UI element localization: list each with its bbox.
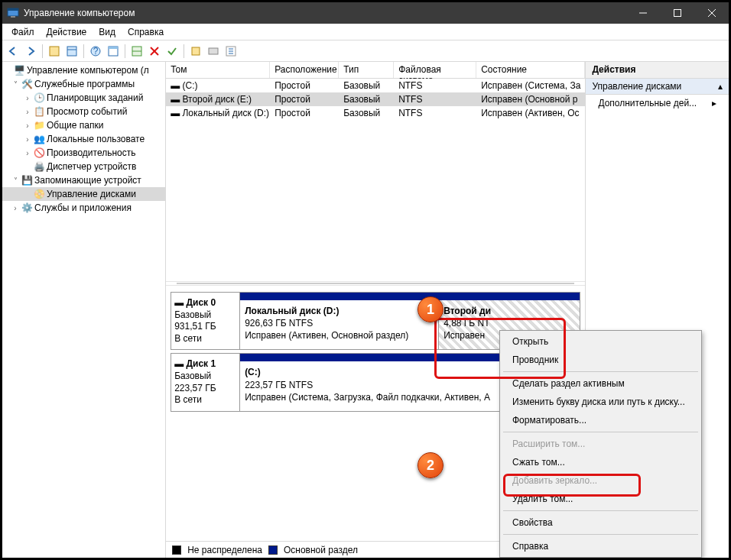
tb-icon[interactable] [106, 44, 121, 59]
svg-rect-13 [109, 47, 118, 49]
toolbar: ? [2, 40, 729, 62]
menu-file[interactable]: Файл [5, 25, 41, 39]
menubar: Файл Действие Вид Справка [2, 24, 729, 40]
check-icon[interactable] [164, 44, 180, 59]
volume-list[interactable]: ▬ (C:)ПростойБазовыйNTFSИсправен (Систем… [166, 79, 585, 281]
disk-icon: 📀 [33, 188, 45, 200]
menu-help[interactable]: Справка [122, 25, 170, 39]
navigation-tree[interactable]: 🖥️Управление компьютером (л ˅🛠️Служебные… [2, 62, 166, 558]
svg-rect-19 [209, 48, 218, 54]
services-icon: ⚙️ [21, 202, 33, 214]
menu-view[interactable]: Вид [93, 25, 122, 39]
menu-action[interactable]: Действие [41, 25, 93, 39]
col-type[interactable]: Тип [339, 62, 394, 78]
storage-icon: 💾 [21, 174, 33, 186]
perf-icon: 🚫 [33, 147, 45, 159]
forward-button[interactable] [23, 44, 38, 59]
computer-icon: 🖥️ [13, 64, 25, 76]
tb-icon[interactable] [223, 44, 239, 59]
chevron-right-icon: ▸ [712, 98, 716, 108]
volume-row[interactable]: ▬ Второй диск (E:)ПростойБазовыйNTFSИспр… [166, 92, 585, 106]
help-icon[interactable]: ? [88, 44, 103, 59]
actions-more[interactable]: Дополнительные дей...▸ [586, 95, 729, 112]
volume-row[interactable]: ▬ Локальный диск (D:)ПростойБазовыйNTFSИ… [166, 106, 585, 120]
device-icon: 🖨️ [33, 160, 45, 173]
back-button[interactable] [5, 44, 21, 59]
drive-icon: ▬ [174, 358, 186, 369]
ctx-open[interactable]: Открыть [502, 332, 700, 351]
callout-2: 2 [417, 452, 443, 478]
drive-icon: ▬ [174, 297, 186, 308]
volume-row[interactable]: ▬ (C:)ПростойБазовыйNTFSИсправен (Систем… [166, 79, 585, 92]
titlebar: Управление компьютером [2, 2, 729, 24]
drive-icon: ▬ [171, 108, 182, 118]
legend-swatch-primary [268, 545, 278, 555]
actions-disk-header[interactable]: Управление дисками▴ [586, 79, 729, 95]
volume-d[interactable]: Локальный диск (D:) 926,63 ГБ NTFS Испра… [240, 300, 439, 349]
maximize-button[interactable] [660, 2, 694, 24]
folder-icon: 📁 [33, 119, 45, 131]
ctx-explorer[interactable]: Проводник [502, 351, 700, 369]
svg-text:?: ? [93, 46, 99, 57]
tree-item[interactable]: ›📁Общие папки [2, 118, 165, 132]
tree-item[interactable]: ›⚙️Службы и приложения [2, 201, 165, 215]
collapse-icon: ▴ [718, 81, 723, 92]
tb-icon[interactable] [64, 44, 80, 59]
drive-icon: ▬ [171, 94, 182, 105]
ctx-props[interactable]: Свойства [502, 513, 700, 532]
tree-item-disk-management[interactable]: 📀Управление дисками [2, 187, 165, 201]
users-icon: 👥 [33, 133, 45, 145]
clock-icon: 🕒 [33, 92, 45, 104]
context-menu: Открыть Проводник Сделать раздел активны… [499, 330, 702, 558]
svg-rect-1 [8, 8, 18, 11]
tree-item[interactable]: 🖨️Диспетчер устройств [2, 160, 165, 173]
ctx-extend: Расширить том... [502, 435, 700, 453]
svg-rect-7 [50, 47, 59, 56]
svg-rect-4 [674, 10, 681, 17]
delete-icon[interactable] [147, 44, 162, 59]
event-icon: 📋 [33, 105, 45, 118]
tb-icon[interactable] [47, 44, 62, 59]
ctx-format[interactable]: Форматировать... [502, 411, 700, 429]
tree-item[interactable]: ›📋Просмотр событий [2, 105, 165, 118]
tree-item[interactable]: ›👥Локальные пользовате [2, 132, 165, 146]
col-volume[interactable]: Том [166, 62, 270, 78]
ctx-delete[interactable]: Удалить том... [502, 490, 700, 508]
window-title: Управление компьютером [24, 8, 625, 18]
svg-rect-18 [192, 47, 200, 55]
svg-rect-2 [11, 16, 15, 18]
tree-item[interactable]: ›🚫Производительность [2, 146, 165, 160]
col-filesystem[interactable]: Файловая система [394, 62, 476, 78]
actions-header: Действия [586, 62, 729, 79]
ctx-active[interactable]: Сделать раздел активным [502, 374, 700, 393]
col-status[interactable]: Состояние [476, 62, 585, 78]
ctx-help[interactable]: Справка [502, 537, 700, 555]
tb-icon[interactable] [129, 44, 145, 59]
minimize-button[interactable] [625, 2, 660, 24]
ctx-letter[interactable]: Изменить букву диска или путь к диску... [502, 393, 700, 411]
callout-1: 1 [417, 296, 443, 322]
ctx-mirror: Добавить зеркало... [502, 471, 700, 490]
ctx-shrink[interactable]: Сжать том... [502, 453, 700, 471]
legend-swatch-unallocated [172, 545, 181, 555]
drive-icon: ▬ [171, 80, 182, 91]
tb-icon[interactable] [188, 44, 203, 59]
tree-item[interactable]: ›🕒Планировщик заданий [2, 91, 165, 105]
svg-rect-8 [67, 47, 76, 56]
close-button[interactable] [694, 2, 729, 24]
tb-icon[interactable] [206, 44, 221, 59]
col-layout[interactable]: Расположение [270, 62, 339, 78]
volume-list-header: Том Расположение Тип Файловая система Со… [166, 62, 585, 79]
tools-icon: 🛠️ [21, 78, 33, 90]
app-icon [7, 7, 19, 19]
